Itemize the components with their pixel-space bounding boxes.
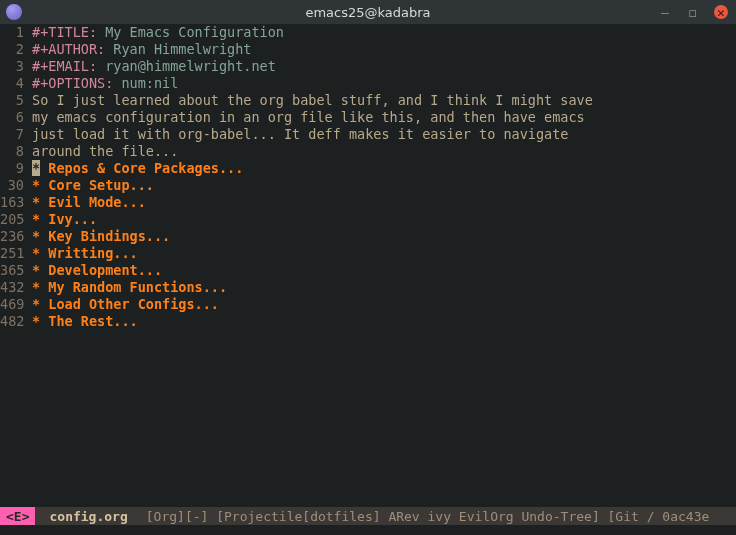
line-number: 3 <box>0 58 24 75</box>
org-heading-star: * <box>32 177 40 193</box>
org-heading-star: * <box>32 211 40 227</box>
org-heading[interactable]: Writting... <box>40 245 138 261</box>
mode-line-info: [Org][-] [Projectile[dotfiles] ARev ivy … <box>138 509 710 524</box>
org-heading[interactable]: Development... <box>40 262 162 278</box>
org-keyword: #+AUTHOR: <box>32 41 113 57</box>
code-line[interactable]: * Evil Mode... <box>32 194 736 211</box>
line-number-gutter: 12345678930163205236251365432469482 <box>0 24 28 503</box>
org-keyword: #+EMAIL: <box>32 58 105 74</box>
code-line[interactable]: just load it with org-babel... It deff m… <box>32 126 736 143</box>
org-heading-star: * <box>32 194 40 210</box>
code-line[interactable]: * Development... <box>32 262 736 279</box>
line-number: 469 <box>0 296 24 313</box>
org-heading-star: * <box>32 245 40 261</box>
code-line[interactable]: #+AUTHOR: Ryan Himmelwright <box>32 41 736 58</box>
org-heading-star: * <box>32 228 40 244</box>
org-value: ryan@himmelwright.net <box>105 58 276 74</box>
code-line[interactable]: * My Random Functions... <box>32 279 736 296</box>
code-line[interactable]: * Load Other Configs... <box>32 296 736 313</box>
line-number: 5 <box>0 92 24 109</box>
line-number: 205 <box>0 211 24 228</box>
org-heading-star: * <box>32 262 40 278</box>
line-number: 6 <box>0 109 24 126</box>
code-line[interactable]: #+EMAIL: ryan@himmelwright.net <box>32 58 736 75</box>
line-number: 4 <box>0 75 24 92</box>
org-value: num:nil <box>121 75 178 91</box>
org-heading[interactable]: Load Other Configs... <box>40 296 219 312</box>
code-line[interactable]: * Ivy... <box>32 211 736 228</box>
buffer-name: config.org <box>35 509 137 524</box>
org-heading[interactable]: My Random Functions... <box>40 279 227 295</box>
evil-state-indicator: <E> <box>0 507 35 525</box>
line-number: 482 <box>0 313 24 330</box>
org-heading[interactable]: Ivy... <box>40 211 97 227</box>
line-number: 365 <box>0 262 24 279</box>
code-line[interactable]: * Key Bindings... <box>32 228 736 245</box>
org-heading-star: * <box>32 296 40 312</box>
minibuffer[interactable] <box>0 525 736 535</box>
code-line[interactable]: #+TITLE: My Emacs Configuration <box>32 24 736 41</box>
cursor: * <box>32 160 40 176</box>
org-heading-star: * <box>32 313 40 329</box>
line-number: 236 <box>0 228 24 245</box>
org-keyword: #+TITLE: <box>32 24 105 40</box>
org-heading-star: * <box>32 279 40 295</box>
line-number: 163 <box>0 194 24 211</box>
code-line[interactable]: around the file... <box>32 143 736 160</box>
org-value: Ryan Himmelwright <box>113 41 251 57</box>
code-line[interactable]: my emacs configuration in an org file li… <box>32 109 736 126</box>
code-line[interactable]: * Core Setup... <box>32 177 736 194</box>
window-title: emacs25@kadabra <box>0 5 736 20</box>
editor-area[interactable]: 12345678930163205236251365432469482 #+TI… <box>0 24 736 503</box>
code-content[interactable]: #+TITLE: My Emacs Configuration#+AUTHOR:… <box>28 24 736 503</box>
code-line[interactable]: So I just learned about the org babel st… <box>32 92 736 109</box>
code-line[interactable]: * Repos & Core Packages... <box>32 160 736 177</box>
code-line[interactable]: #+OPTIONS: num:nil <box>32 75 736 92</box>
org-heading[interactable]: Core Setup... <box>40 177 154 193</box>
title-bar: emacs25@kadabra – ◻ ✕ <box>0 0 736 24</box>
line-number: 30 <box>0 177 24 194</box>
org-heading[interactable]: Repos & Core Packages... <box>40 160 243 176</box>
code-line[interactable]: * The Rest... <box>32 313 736 330</box>
line-number: 251 <box>0 245 24 262</box>
org-value: My Emacs Configuration <box>105 24 284 40</box>
mode-line: <E> config.org [Org][-] [Projectile[dotf… <box>0 507 736 525</box>
line-number: 7 <box>0 126 24 143</box>
line-number: 1 <box>0 24 24 41</box>
code-line[interactable]: * Writting... <box>32 245 736 262</box>
line-number: 2 <box>0 41 24 58</box>
org-heading[interactable]: Evil Mode... <box>40 194 146 210</box>
line-number: 9 <box>0 160 24 177</box>
line-number: 432 <box>0 279 24 296</box>
org-heading[interactable]: Key Bindings... <box>40 228 170 244</box>
org-heading[interactable]: The Rest... <box>40 313 138 329</box>
org-keyword: #+OPTIONS: <box>32 75 121 91</box>
line-number: 8 <box>0 143 24 160</box>
